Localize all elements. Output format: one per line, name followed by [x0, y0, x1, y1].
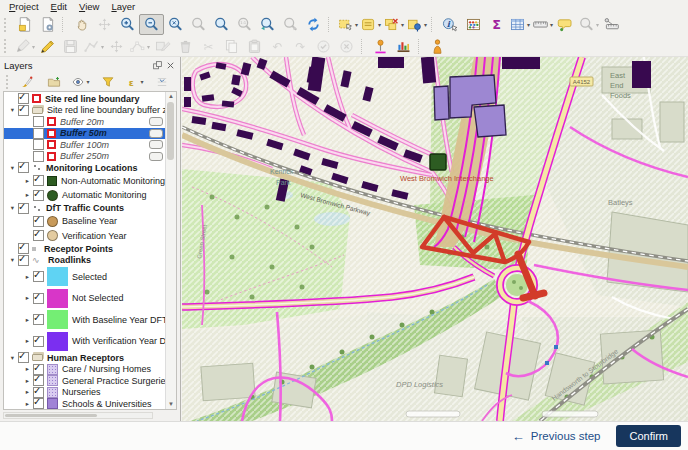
expander-icon[interactable]: ▸ — [22, 338, 33, 345]
previous-step-button[interactable]: ← Previous step — [512, 429, 601, 444]
menu-edit[interactable]: Edit — [46, 1, 72, 12]
zoom-next-button[interactable] — [279, 15, 302, 35]
cancel-edits-button[interactable] — [335, 36, 358, 56]
deselect-features-button[interactable]: ▾ — [382, 15, 405, 35]
copy-features-button[interactable] — [220, 36, 243, 56]
zoom-full-button[interactable] — [164, 15, 187, 35]
toggle-editing-button[interactable] — [36, 36, 59, 56]
layer-checkbox[interactable] — [33, 175, 44, 186]
layer-row-not-selected[interactable]: ▸Not Selected — [4, 288, 166, 310]
layer-row-hospitals[interactable]: ▸Hospitals — [4, 410, 166, 411]
person-tool-button[interactable] — [426, 36, 449, 56]
map-themes-button[interactable]: ▾ — [69, 72, 92, 92]
layer-row-general-practice-surgeries-clinics[interactable]: ▸General Practice Surgeries / Clinics — [4, 375, 166, 387]
layer-checkbox[interactable] — [33, 216, 44, 227]
layer-row-buffer-100m[interactable]: Buffer 100m — [4, 139, 166, 151]
expander-icon[interactable]: ▸ — [22, 178, 33, 185]
raster-histogram-button[interactable] — [392, 36, 415, 56]
refresh-map-button[interactable] — [302, 15, 325, 35]
layer-checkbox[interactable] — [18, 93, 29, 104]
project-properties-button[interactable] — [36, 15, 59, 35]
undock-panel-icon[interactable] — [152, 60, 163, 71]
layer-row-buffer-20m[interactable]: Buffer 20m — [4, 116, 166, 128]
layer-checkbox[interactable] — [33, 128, 44, 139]
layer-checkbox[interactable] — [33, 151, 44, 162]
identify-features-button[interactable] — [439, 15, 462, 35]
map-hscroll-thumb2[interactable] — [542, 411, 598, 417]
zoom-native-button[interactable] — [233, 15, 256, 35]
expand-all-button[interactable] — [150, 72, 173, 92]
scroll-up-icon[interactable]: ▲ — [166, 92, 176, 101]
add-line-feature-button[interactable]: ▾ — [82, 36, 105, 56]
map-hscroll-thumb[interactable] — [406, 411, 460, 417]
select-by-location-button[interactable]: ▾ — [405, 15, 428, 35]
zoom-last-button[interactable] — [256, 15, 279, 35]
layer-row-verification-year[interactable]: Verification Year — [4, 229, 166, 244]
paste-features-button[interactable] — [243, 36, 266, 56]
move-feature-button[interactable] — [105, 36, 128, 56]
confirm-button[interactable]: Confirm — [616, 425, 681, 447]
measure-button[interactable]: ▾ — [531, 15, 554, 35]
expander-icon[interactable]: ▸ — [22, 389, 33, 396]
layer-tree-hscrollbar[interactable] — [3, 412, 153, 419]
open-attribute-table-button[interactable]: ▾ — [508, 15, 531, 35]
expander-icon[interactable]: ▸ — [22, 366, 33, 373]
layer-checkbox[interactable] — [33, 314, 44, 325]
expander-icon[interactable]: ▸ — [22, 378, 33, 385]
layer-styling-button[interactable] — [15, 72, 38, 92]
layer-checkbox[interactable] — [33, 336, 44, 347]
layer-checkbox[interactable] — [18, 352, 29, 363]
expander-icon[interactable]: ▸ — [22, 317, 33, 324]
layer-row-receptor-points[interactable]: Receptor Points — [4, 243, 166, 255]
expander-icon[interactable]: ▾ — [7, 107, 18, 114]
expander-icon[interactable]: ▸ — [22, 192, 33, 199]
layer-checkbox[interactable] — [33, 139, 44, 150]
layer-checkbox[interactable] — [18, 105, 29, 116]
pan-map-button[interactable] — [70, 15, 93, 35]
zoom-out-button[interactable] — [139, 14, 164, 35]
menu-layer[interactable]: Layer — [106, 1, 140, 12]
show-sum-button[interactable] — [485, 15, 508, 35]
filter-expression-button[interactable]: ▾ — [123, 72, 146, 92]
measure-bearing-button[interactable] — [600, 15, 623, 35]
scroll-down-icon[interactable]: ▼ — [166, 400, 176, 409]
layer-checkbox[interactable] — [33, 190, 44, 201]
zoom-to-layer-button[interactable] — [210, 15, 233, 35]
layer-checkbox[interactable] — [33, 398, 44, 409]
layer-row-monitoring-locations[interactable]: ▾Monitoring Locations — [4, 162, 166, 174]
vertex-tool-button[interactable]: ▾ — [128, 36, 151, 56]
layer-checkbox[interactable] — [18, 162, 29, 173]
layer-row-with-verification-year-dft[interactable]: ▸With Verification Year DFT — [4, 331, 166, 353]
filter-legend-button[interactable] — [96, 72, 119, 92]
layer-checkbox[interactable] — [33, 271, 44, 282]
vscroll-thumb[interactable] — [167, 102, 174, 160]
close-panel-icon[interactable] — [165, 60, 176, 71]
layer-row-with-baseline-year-dft[interactable]: ▸With Baseline Year DFT — [4, 309, 166, 331]
hscroll-thumb[interactable] — [5, 414, 97, 417]
expander-icon[interactable]: ▸ — [22, 401, 33, 408]
delete-selected-button[interactable] — [174, 36, 197, 56]
modify-attributes-button[interactable] — [151, 36, 174, 56]
menu-project[interactable]: Project — [4, 1, 44, 12]
expander-icon[interactable]: ▾ — [7, 355, 18, 362]
layer-row-site-red-line-boundary-buffer-zones[interactable]: ▾Site red line boundary buffer zones — [4, 105, 166, 117]
zoom-in-button[interactable] — [116, 15, 139, 35]
expander-icon[interactable]: ▾ — [7, 257, 18, 264]
layer-row-buffer-250m[interactable]: Buffer 250m — [4, 151, 166, 163]
current-edits-button[interactable]: ▾ — [13, 36, 36, 56]
redo-button[interactable] — [289, 36, 312, 56]
expander-icon[interactable]: ▸ — [22, 295, 33, 302]
layer-tree-vscrollbar[interactable]: ▲ ▼ — [165, 92, 176, 409]
layer-row-selected[interactable]: ▸Selected — [4, 266, 166, 288]
zoom-search-button[interactable]: ▾ — [577, 15, 600, 35]
add-group-button[interactable] — [42, 72, 65, 92]
layer-row-buffer-50m[interactable]: Buffer 50m — [4, 128, 166, 140]
layer-row-non-automatic-monitoring[interactable]: ▸Non-Automatic Monitoring — [4, 174, 166, 189]
layer-row-roadlinks[interactable]: ▾∿Roadlinks — [4, 255, 166, 267]
layer-row-automatic-monitoring[interactable]: ▸Automatic Monitoring — [4, 188, 166, 203]
layer-row-dft-traffic-counts[interactable]: ▾DfT Traffic Counts — [4, 203, 166, 215]
layer-row-baseline-year[interactable]: Baseline Year — [4, 214, 166, 229]
layer-checkbox[interactable] — [18, 255, 29, 266]
zoom-to-selection-button[interactable] — [187, 15, 210, 35]
layer-checkbox[interactable] — [33, 375, 44, 386]
